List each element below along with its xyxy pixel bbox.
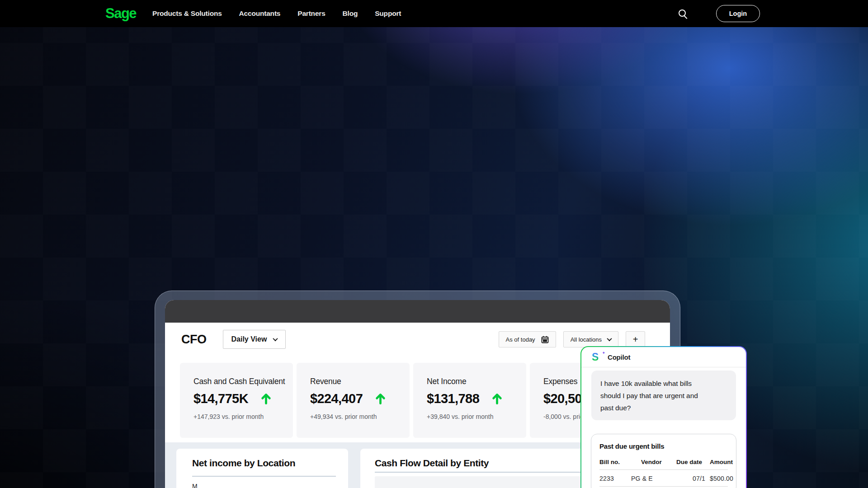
user-message-bubble: I have 10k available what bills should I… [591,371,736,420]
kpi-value: $131,788 [427,391,479,406]
chevron-down-icon [273,336,278,341]
arrow-up-icon [374,393,387,405]
divider [599,486,728,487]
top-navigation: Sage Products & Solutions Accountants Pa… [0,0,868,27]
divider [599,469,728,470]
divider [192,476,336,477]
kpi-card-net-income: Net Income $131,788 +39,840 vs. prior mo… [413,363,526,438]
kpi-card-cash: Cash and Cash Equivalent $14,775K +147,9… [180,363,293,438]
arrow-up-icon [491,393,503,405]
bills-table-row: 2233 PG & E 07/1 $500.00 [599,475,728,482]
chevron-down-icon [607,336,612,341]
net-income-by-location-card: Net income by Location M [176,449,348,488]
daily-view-label: Daily View [231,335,267,343]
bills-card-title: Past due urgent bills [599,442,728,450]
kpi-value: $14,775K [193,391,248,406]
kpi-card-revenue: Revenue $224,407 +49,934 vs. prior month [297,363,410,438]
section-title: Net income by Location [192,458,336,469]
partial-row-text: M [192,483,336,488]
kpi-delta: +39,840 vs. prior month [427,413,526,420]
header-controls: As of today All locations [499,331,645,347]
kpi-value: $224,407 [310,391,363,406]
amount-cell: $500.00 [709,475,733,482]
bill-number-cell: 2233 [599,475,631,482]
divider [581,367,746,367]
copilot-panel: S ✦ Copilot I have 10k available what bi… [580,346,747,488]
all-locations-dropdown[interactable]: All locations [563,331,618,347]
kpi-label: Cash and Cash Equivalent [193,377,293,386]
nav-links: Products & Solutions Accountants Partner… [152,0,401,27]
nav-item-products-solutions[interactable]: Products & Solutions [152,9,222,18]
nav-item-support[interactable]: Support [375,9,401,18]
kpi-label: Revenue [310,377,410,386]
daily-view-dropdown[interactable]: Daily View [223,330,286,349]
kpi-delta: +147,923 vs. prior month [193,413,293,420]
arrow-up-icon [260,393,272,405]
nav-item-partners[interactable]: Partners [297,9,325,18]
login-button[interactable]: Login [716,5,760,22]
sparkle-icon: ✦ [602,351,605,355]
user-message-text: I have 10k available what bills should I… [600,377,709,414]
date-filter-label: As of today [506,336,535,343]
sage-logo[interactable]: Sage [105,5,136,22]
as-of-today-button[interactable]: As of today [499,331,556,347]
calendar-icon [541,336,549,343]
copilot-title: Copilot [608,353,630,361]
nav-item-accountants[interactable]: Accountants [239,9,281,18]
copilot-logo-glyph: S [592,351,599,363]
past-due-bills-card: Past due urgent bills Bill no. Vendor Du… [591,434,736,488]
tablet-bezel [165,300,670,323]
vendor-cell: PG & E [631,475,674,482]
due-date-cell: 07/1 [674,475,709,482]
kpi-delta: +49,934 vs. prior month [310,413,410,420]
dashboard-title: CFO [181,333,207,347]
page: Sage Products & Solutions Accountants Pa… [0,0,868,488]
add-widget-button[interactable]: + [626,331,645,347]
column-header: Bill no. [599,459,631,465]
column-header: Vendor [631,459,674,465]
search-icon[interactable] [679,9,686,17]
plus-icon: + [633,334,638,345]
location-filter-label: All locations [571,336,602,343]
bills-table-header: Bill no. Vendor Due date Amount [599,459,728,465]
nav-item-blog[interactable]: Blog [343,9,358,18]
column-header: Due date [674,459,709,465]
copilot-header: S ✦ Copilot [581,347,746,367]
kpi-label: Net Income [427,377,526,386]
column-header: Amount [709,459,733,465]
copilot-logo-icon: S ✦ [592,352,602,362]
